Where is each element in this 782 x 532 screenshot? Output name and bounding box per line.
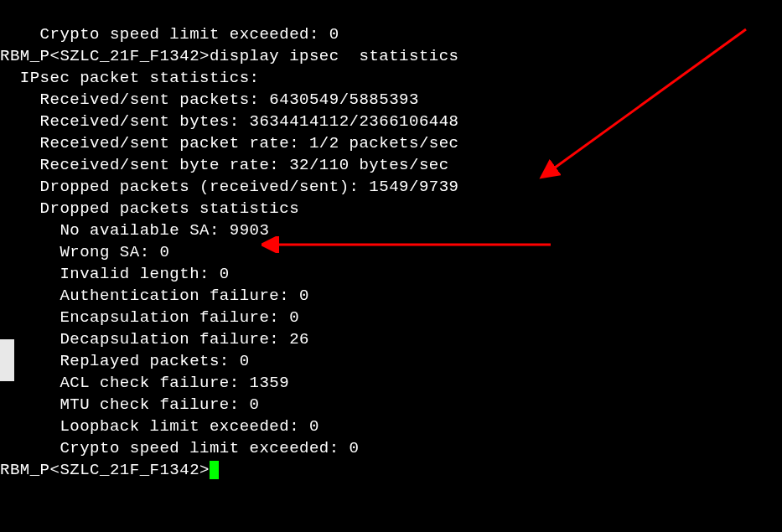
prompt-device: <SZLC_21F_F1342> — [50, 47, 210, 65]
prompt-line-2[interactable]: RBM_P<SZLC_21F_F1342> — [0, 459, 782, 481]
stats-header: IPsec packet statistics: — [0, 67, 782, 89]
dropped-stats-header: Dropped packets statistics — [0, 198, 782, 220]
encap-failure: Encapsulation failure: 0 — [0, 307, 782, 328]
prompt-device: <SZLC_21F_F1342> — [50, 461, 210, 479]
recv-sent-byte-rate: Received/sent byte rate: 32/110 bytes/se… — [0, 154, 782, 176]
invalid-length: Invalid length: 0 — [0, 263, 782, 285]
loopback-limit: Loopback limit exceeded: 0 — [0, 416, 782, 437]
prompt-prefix: RBM_P — [0, 47, 50, 65]
recv-sent-packet-rate: Received/sent packet rate: 1/2 packets/s… — [0, 132, 782, 154]
wrong-sa: Wrong SA: 0 — [0, 241, 782, 263]
scrollbar-track — [0, 339, 14, 381]
recv-sent-bytes: Received/sent bytes: 3634414112/23661064… — [0, 111, 782, 132]
terminal-output: Crypto speed limit exceeded: 0RBM_P<SZLC… — [0, 2, 782, 503]
dropped-packets: Dropped packets (received/sent): 1549/97… — [0, 176, 782, 198]
prompt-prefix: RBM_P — [0, 461, 50, 479]
crypto-speed-limit: Crypto speed limit exceeded: 0 — [0, 437, 782, 459]
prompt-line[interactable]: RBM_P<SZLC_21F_F1342>display ipsec stati… — [0, 45, 782, 67]
mtu-check-failure: MTU check failure: 0 — [0, 394, 782, 416]
cursor — [210, 461, 219, 479]
no-available-sa: No available SA: 9903 — [0, 220, 782, 241]
decap-failure: Decapsulation failure: 26 — [0, 328, 782, 350]
command-text: display ipsec statistics — [210, 47, 459, 65]
replayed-packets: Replayed packets: 0 — [0, 350, 782, 372]
recv-sent-packets: Received/sent packets: 6430549/5885393 — [0, 89, 782, 111]
output-line: Crypto speed limit exceeded: 0 — [0, 23, 782, 45]
auth-failure: Authentication failure: 0 — [0, 285, 782, 307]
acl-check-failure: ACL check failure: 1359 — [0, 372, 782, 394]
